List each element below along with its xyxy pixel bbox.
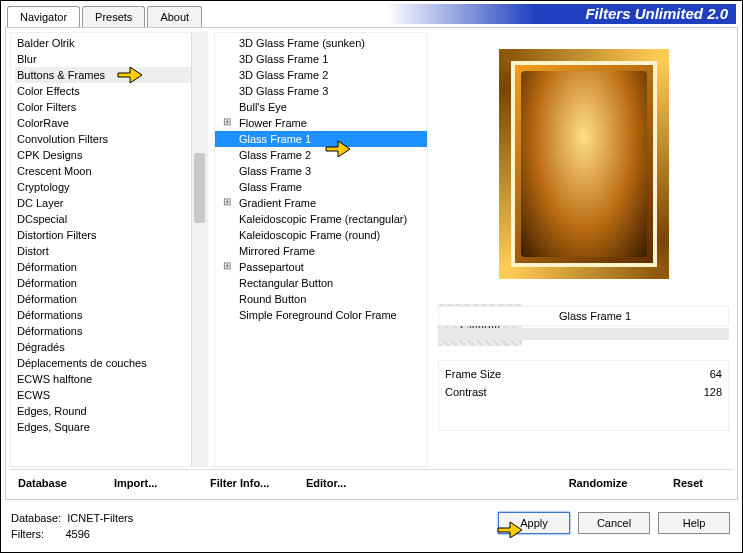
filter-item[interactable]: Simple Foreground Color Frame — [215, 307, 427, 323]
category-item[interactable]: Déformation — [15, 291, 203, 307]
filter-item[interactable]: Gradient Frame — [215, 195, 427, 211]
param-label: Contrast — [445, 386, 487, 398]
preview-frame — [499, 49, 669, 279]
database-button[interactable]: Database — [10, 477, 106, 489]
category-list[interactable]: Balder OlrikBlurButtons & FramesColor Ef… — [10, 32, 208, 467]
randomize-button[interactable]: Randomize — [553, 477, 643, 489]
scroll-thumb[interactable] — [194, 153, 205, 223]
import-button[interactable]: Import... — [106, 477, 202, 489]
editor-button[interactable]: Editor... — [298, 477, 394, 489]
category-item[interactable]: Convolution Filters — [15, 131, 203, 147]
category-item[interactable]: Déformation — [15, 275, 203, 291]
category-item[interactable]: Déplacements de couches — [15, 355, 203, 371]
filter-item[interactable]: Kaleidoscopic Frame (rectangular) — [215, 211, 427, 227]
filter-item[interactable]: 3D Glass Frame 1 — [215, 51, 427, 67]
category-item[interactable]: Déformations — [15, 307, 203, 323]
apply-button[interactable]: Apply — [498, 512, 570, 534]
selected-filter-bar: Glass Frame 1 — [438, 306, 729, 326]
parameter-panel: Frame Size 64 Contrast 128 — [438, 360, 729, 431]
tabs: Navigator Presets About — [7, 6, 204, 27]
filter-item[interactable]: Passepartout — [215, 259, 427, 275]
category-item[interactable]: Blur — [15, 51, 203, 67]
category-item[interactable]: Color Effects — [15, 83, 203, 99]
param-row[interactable]: Frame Size 64 — [445, 365, 722, 383]
tab-presets[interactable]: Presets — [82, 6, 145, 27]
filter-item[interactable]: Round Button — [215, 291, 427, 307]
filter-item[interactable]: Glass Frame 1 — [215, 131, 427, 147]
footer-actions: Apply Cancel Help — [498, 512, 730, 534]
category-item[interactable]: Color Filters — [15, 99, 203, 115]
footer: Database: ICNET-Filters Filters: 4596 Ap… — [7, 504, 736, 548]
category-item[interactable]: Déformation — [15, 259, 203, 275]
scrollbar[interactable] — [191, 33, 207, 466]
category-item[interactable]: Buttons & Frames — [15, 67, 203, 83]
toolbar: Database Import... Filter Info... Editor… — [10, 469, 733, 495]
filter-item[interactable]: Mirrored Frame — [215, 243, 427, 259]
category-item[interactable]: ECWS — [15, 387, 203, 403]
category-item[interactable]: ColorRave — [15, 115, 203, 131]
filter-item[interactable]: Glass Frame 3 — [215, 163, 427, 179]
filter-item[interactable]: Rectangular Button — [215, 275, 427, 291]
category-item[interactable]: Cryptology — [15, 179, 203, 195]
filter-item[interactable]: Glass Frame — [215, 179, 427, 195]
category-item[interactable]: Crescent Moon — [15, 163, 203, 179]
category-item[interactable]: Distort — [15, 243, 203, 259]
filter-list[interactable]: 3D Glass Frame (sunken)3D Glass Frame 13… — [214, 32, 428, 467]
progress-bar — [438, 328, 729, 340]
category-item[interactable]: ECWS halftone — [15, 371, 203, 387]
preview-area — [438, 36, 729, 292]
filter-item[interactable]: Flower Frame — [215, 115, 427, 131]
category-item[interactable]: Dégradés — [15, 339, 203, 355]
filter-item[interactable]: Bull's Eye — [215, 99, 427, 115]
category-item[interactable]: DC Layer — [15, 195, 203, 211]
param-label: Frame Size — [445, 368, 501, 380]
category-item[interactable]: Balder Olrik — [15, 35, 203, 51]
filter-item[interactable]: Glass Frame 2 — [215, 147, 427, 163]
reset-button[interactable]: Reset — [643, 477, 733, 489]
app-title: Filters Unlimited 2.0 — [236, 4, 736, 24]
cancel-button[interactable]: Cancel — [578, 512, 650, 534]
filter-item[interactable]: 3D Glass Frame 3 — [215, 83, 427, 99]
tab-navigator[interactable]: Navigator — [7, 6, 80, 27]
main-panel: Balder OlrikBlurButtons & FramesColor Ef… — [5, 27, 738, 500]
category-item[interactable]: Déformations — [15, 323, 203, 339]
category-item[interactable]: Edges, Square — [15, 419, 203, 435]
filter-item[interactable]: Kaleidoscopic Frame (round) — [215, 227, 427, 243]
filter-info-button[interactable]: Filter Info... — [202, 477, 298, 489]
filter-item[interactable]: 3D Glass Frame (sunken) — [215, 35, 427, 51]
param-value: 64 — [710, 368, 722, 380]
category-item[interactable]: DCspecial — [15, 211, 203, 227]
footer-info: Database: ICNET-Filters Filters: 4596 — [11, 510, 133, 542]
tab-about[interactable]: About — [147, 6, 202, 27]
help-button[interactable]: Help — [658, 512, 730, 534]
filter-item[interactable]: 3D Glass Frame 2 — [215, 67, 427, 83]
category-item[interactable]: Distortion Filters — [15, 227, 203, 243]
selected-filter-title: Glass Frame 1 — [439, 310, 631, 322]
category-item[interactable]: Edges, Round — [15, 403, 203, 419]
preview-image — [521, 71, 647, 257]
param-value: 128 — [704, 386, 722, 398]
param-row[interactable]: Contrast 128 — [445, 383, 722, 401]
category-item[interactable]: CPK Designs — [15, 147, 203, 163]
